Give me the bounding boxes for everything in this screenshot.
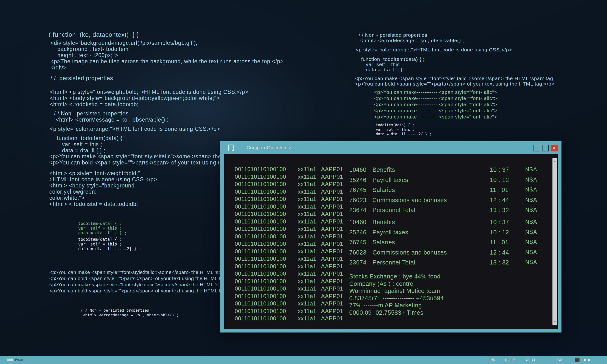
code-snippet-span-repeat: <p>You can make <span style="font-style:… [49, 269, 230, 294]
status-line-number: Ln 69 [487, 358, 495, 362]
maximize-button[interactable] [542, 145, 549, 151]
code-right-todoitem-fn: function todoitem(data) { ; var self = t… [361, 57, 425, 72]
ledger-label: Salaries [372, 239, 395, 246]
ledger-amount: 35246 [349, 177, 367, 183]
code-snippet-html-bold: <html> <p style="font-weight:bold;">HTML… [50, 89, 249, 107]
window-title: CompareObjects.css [247, 145, 292, 151]
ready-label: Ready [15, 358, 24, 361]
code-comment-non-persisted: / / Non - persisted properties <html> <e… [54, 110, 169, 123]
ledger-label: Commissions and bonuses [372, 249, 447, 256]
ledger-tag: NSA [525, 219, 537, 225]
ledger-time: 13 : 32 [490, 259, 509, 266]
status-bar: Ready Ln 69 Cal 17 Ch 14 INS ! [0, 356, 607, 364]
code-right-mono-block: todoitem(data) { ; var self = this ; dat… [376, 123, 432, 136]
code-snippet-wrapped-html: <html> <p style="font-weight:bold;" >HTM… [49, 170, 157, 207]
ledger-time: 12 : 44 [490, 249, 509, 256]
status-dot-icon [588, 359, 590, 361]
status-column-number: Cal 17 [505, 358, 515, 362]
ledger-tag: NSA [525, 166, 537, 173]
ledger-amount: 23674 [349, 207, 367, 213]
scrollbar[interactable]: ▲ ▼ [553, 158, 557, 325]
status-insert-mode: INS [557, 358, 562, 362]
status-dot-icon [584, 359, 586, 361]
ledger-amount: 23674 [349, 259, 367, 266]
scroll-down-icon[interactable]: ▼ [553, 319, 557, 324]
ledger-tag: NSA [525, 259, 537, 265]
ledger-time: 11 : 01 [490, 239, 509, 246]
code-right-non-persisted: / / Non - persisted properties <html> <e… [359, 32, 464, 43]
ledger-amount: 76023 [349, 197, 367, 204]
ledger-tag: NSA [525, 177, 537, 183]
ledger-time: 10 : 12 [490, 177, 509, 183]
alert-icon[interactable]: ! [575, 358, 580, 362]
code-mono-non-persisted: / / Non - persisted properties <html> <e… [81, 308, 179, 318]
code-mono-white-block: todoitem(data) { ; var self = this ; dat… [78, 237, 141, 251]
desktop-background: ( function (ko, datacontext) } } <div st… [0, 0, 607, 364]
ledger-time: 13 : 32 [490, 207, 509, 213]
ledger-label: Payroll taxes [372, 177, 408, 183]
code-right-span-lines: <p>You can make <span style="font-style:… [355, 76, 554, 87]
ledger-label: Salaries [372, 186, 395, 193]
ledger-label: Payroll taxes [372, 229, 408, 236]
ledger-row: 76745Salaries11 : 01NSA [349, 186, 546, 197]
code-right-green-repeat: <p>You can make----------- <span style="… [374, 89, 497, 120]
ledger-label: Benefits [372, 166, 395, 173]
ticker-text: Stocks Exchange : bye 44% food Company (… [349, 273, 444, 316]
ledger-label: Personnel Total [372, 207, 415, 213]
minimize-button[interactable] [533, 145, 540, 151]
code-snippet-function-header: ( function (ko, datacontext) } } [49, 31, 139, 38]
ledger-tag: NSA [525, 186, 537, 193]
ledger-amount: 76745 [349, 239, 367, 246]
code-snippet-color-orange: <p style="color:orange;">HTML font code … [50, 126, 220, 132]
ledger-row: 76023Commissions and bonuses12 : 44NSA [349, 249, 546, 259]
status-character-number: Ch 14 [526, 358, 535, 362]
document-icon [228, 144, 234, 151]
code-comment-persisted: / / persisted properties [51, 75, 113, 81]
ledger-amount: 10460 [349, 219, 367, 226]
ledger-tag: NSA [525, 229, 537, 235]
ledger-block-2: 10460Benefits10 : 37NSA35246Payroll taxe… [349, 219, 546, 269]
ledger-amount: 10460 [349, 166, 367, 173]
ledger-row: 10460Benefits10 : 37NSA [349, 219, 546, 229]
ledger-row: 35246Payroll taxes10 : 12NSA [349, 229, 546, 239]
code-snippet-div-background: <div style="background-image:url('/pix/s… [51, 40, 284, 71]
ledger-time: 11 : 01 [490, 186, 509, 193]
ready-indicator-icon [7, 359, 13, 361]
ledger-time: 10 : 37 [490, 219, 509, 226]
window-titlebar[interactable]: CompareObjects.css ✕ [220, 141, 561, 154]
ledger-tag: NSA [525, 197, 537, 203]
binary-column: 0011010110100100 xx11a1 AAPP01 001101011… [235, 165, 343, 322]
code-mono-green-block: todoitem(data) { ; var self = this ; dat… [78, 221, 127, 235]
ledger-block-1: 10460Benefits10 : 37NSA35246Payroll taxe… [349, 166, 546, 217]
ledger-tag: NSA [525, 249, 537, 256]
close-button[interactable]: ✕ [551, 145, 558, 151]
ledger-time: 10 : 37 [490, 166, 509, 173]
ledger-row: 76745Salaries11 : 01NSA [349, 239, 546, 249]
ledger-row: 10460Benefits10 : 37NSA [349, 166, 546, 177]
scroll-up-icon[interactable]: ▲ [553, 159, 557, 164]
ledger-row: 23674Personnel Total13 : 32NSA [349, 207, 546, 217]
ledger-label: Personnel Total [372, 259, 415, 266]
ledger-time: 12 : 44 [490, 197, 509, 204]
ledger-tag: NSA [525, 239, 537, 245]
ledger-amount: 76023 [349, 249, 367, 256]
ledger-amount: 35246 [349, 229, 367, 236]
ledger-label: Commissions and bonuses [372, 197, 447, 204]
ledger-time: 10 : 12 [490, 229, 509, 236]
compare-objects-window: CompareObjects.css ✕ 0011010110100100 xx… [220, 141, 561, 333]
ledger-row: 35246Payroll taxes10 : 12NSA [349, 177, 546, 187]
ledger-amount: 76745 [349, 186, 367, 193]
window-content: 0011010110100100 xx11a1 AAPP01 001101011… [224, 154, 558, 329]
code-snippet-todoitem-fn: function todoitem(data) { ; var self = t… [57, 135, 126, 154]
ledger-label: Benefits [372, 219, 395, 226]
ledger-row: 23674Personnel Total13 : 32NSA [349, 259, 546, 269]
code-right-color-orange: <p style="color:orange;">HTML font code … [356, 47, 512, 52]
ledger-row: 76023Commissions and bonuses12 : 44NSA [349, 197, 546, 207]
ledger-tag: NSA [525, 207, 537, 213]
